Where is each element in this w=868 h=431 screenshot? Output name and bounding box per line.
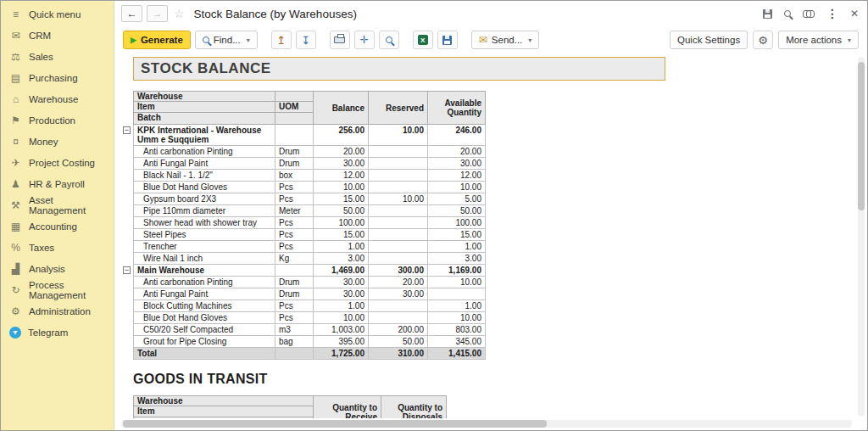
fit-icon: ✛ xyxy=(360,34,369,46)
item-available: 1.00 xyxy=(428,300,486,312)
report-title-box: STOCK BALANCE xyxy=(133,57,665,81)
stock-table-body: −KPK International - Warehouse Umm e Suq… xyxy=(123,125,854,360)
item-balance: 30.00 xyxy=(314,288,369,300)
sidebar-item-hr-payroll[interactable]: ♟HR & Payroll xyxy=(1,173,114,194)
more-actions-button[interactable]: More actions ▾ xyxy=(778,31,859,49)
item-reserved: 200.00 xyxy=(369,324,428,336)
sidebar-item-telegram[interactable]: ➤Telegram xyxy=(1,322,114,343)
item-reserved xyxy=(369,312,428,324)
item-name: Blue Dot Hand Gloves xyxy=(133,182,275,193)
item-reserved xyxy=(369,217,428,229)
stock-item-row: TrencherPcs1.001.00 xyxy=(123,241,854,253)
fit-button[interactable]: ✛ xyxy=(354,31,375,49)
sidebar-item-asset-management[interactable]: ⚒Asset Management xyxy=(1,194,114,216)
stock-item-row: C50/20 Self Compactedm31,003.00200.00803… xyxy=(123,324,854,336)
item-available xyxy=(428,288,486,300)
item-name: Shower head with shower tray xyxy=(133,217,275,229)
header-reserved: Reserved xyxy=(369,91,428,125)
search-icon[interactable] xyxy=(784,10,791,17)
forward-button[interactable]: → xyxy=(147,5,168,22)
sidebar-item-taxes[interactable]: %Taxes xyxy=(1,237,114,258)
item-uom: bag xyxy=(275,336,314,348)
item-reserved xyxy=(369,300,428,312)
item-balance: 50.00 xyxy=(314,205,369,217)
printer-icon xyxy=(334,36,345,43)
header-quantity-to-disposals: Quantity to Disposals xyxy=(381,395,447,418)
stock-item-row: Wire Nail 1 inchKg3.003.00 xyxy=(123,253,854,265)
item-name: Pipe 110mm diameter xyxy=(133,205,275,217)
sidebar-item-analysis[interactable]: ▟Analysis xyxy=(1,258,114,279)
back-button[interactable]: ← xyxy=(121,5,142,22)
sidebar-item-sales[interactable]: ⚖Sales xyxy=(1,46,114,67)
item-reserved xyxy=(369,158,428,170)
group-reserved: 10.00 xyxy=(369,125,428,146)
sidebar-item-label: Asset Management xyxy=(29,195,105,216)
expand-groups-button[interactable]: ↧ xyxy=(296,31,316,49)
sidebar-item-production[interactable]: ⚑Production xyxy=(1,109,114,131)
preview-button[interactable] xyxy=(379,31,399,49)
sidebar-item-process-management[interactable]: ↻Process Management xyxy=(1,279,114,300)
more-icon[interactable]: ⋮ xyxy=(826,7,838,20)
sidebar-item-accounting[interactable]: ▦Accounting xyxy=(1,216,114,237)
crm-icon: ✉ xyxy=(9,30,22,42)
collapse-groups-button[interactable]: ↥ xyxy=(271,31,292,49)
titlebar: ← → ☆ Stock Balance (by Warehouses) ⋮ ✕ xyxy=(114,1,867,26)
money-icon: ¤ xyxy=(9,136,22,148)
print-button[interactable] xyxy=(330,31,350,49)
item-available: 803.00 xyxy=(428,324,486,336)
stock-item-row: Block Cutting MachinesPcs1.001.00 xyxy=(123,300,854,312)
save-report-button[interactable] xyxy=(437,31,458,49)
report-content: STOCK BALANCE Warehouse Item Batch UOM B… xyxy=(114,53,867,430)
group-available: 246.00 xyxy=(428,125,486,146)
link-icon[interactable] xyxy=(803,10,815,17)
sidebar-item-purchasing[interactable]: ▤Purchasing xyxy=(1,67,114,88)
sidebar-item-label: Production xyxy=(29,115,75,126)
close-icon[interactable]: ✕ xyxy=(850,8,859,20)
horizontal-scrollbar-thumb[interactable] xyxy=(123,420,547,428)
chevron-down-icon: ▾ xyxy=(247,36,250,44)
vertical-scrollbar-thumb[interactable] xyxy=(858,62,865,210)
sidebar-item-warehouse[interactable]: ⌂Warehouse xyxy=(1,88,114,109)
item-name: Steel Pipes xyxy=(133,229,275,241)
titlebar-actions: ⋮ ✕ xyxy=(763,7,859,20)
send-button[interactable]: ✉ Send... ▾ xyxy=(471,31,540,49)
horizontal-scrollbar[interactable] xyxy=(121,420,852,428)
vertical-scrollbar[interactable] xyxy=(858,57,865,417)
sidebar-item-crm[interactable]: ✉CRM xyxy=(1,25,114,46)
sidebar-item-project-costing[interactable]: ✈Project Costing xyxy=(1,152,114,173)
quick-settings-button[interactable]: Quick Settings xyxy=(670,31,748,49)
sidebar: ≡Quick menu✉CRM⚖Sales▤Purchasing⌂Warehou… xyxy=(1,1,114,430)
item-uom: Pcs xyxy=(275,241,314,253)
export-excel-button[interactable]: X xyxy=(413,31,433,49)
sidebar-item-label: Process Management xyxy=(29,280,105,300)
save-icon[interactable] xyxy=(763,9,772,19)
sidebar-item-money[interactable]: ¤Money xyxy=(1,131,114,152)
item-available: 100.00 xyxy=(428,217,486,229)
generate-button[interactable]: ▶ Generate xyxy=(123,31,191,49)
sidebar-item-label: Purchasing xyxy=(29,73,78,83)
sidebar-item-label: Accounting xyxy=(29,221,77,232)
favorite-star-icon[interactable]: ☆ xyxy=(174,7,185,20)
find-button[interactable]: Find... ▾ xyxy=(195,31,258,49)
transit-title: GOODS IN TRANSIT xyxy=(133,372,854,387)
item-available: 3.00 xyxy=(428,253,486,265)
stock-total-row: Total1,725.00310.001,415.00 xyxy=(123,348,854,360)
sidebar-item-label: CRM xyxy=(29,31,51,41)
item-reserved xyxy=(369,229,428,241)
item-available: 12.00 xyxy=(428,170,486,182)
item-balance: 1,003.00 xyxy=(314,324,369,336)
collapse-group-icon[interactable]: − xyxy=(123,266,131,274)
item-uom: Pcs xyxy=(275,182,314,193)
report-canvas: STOCK BALANCE Warehouse Item Batch UOM B… xyxy=(123,55,854,418)
item-balance: 1.00 xyxy=(314,241,369,253)
item-balance: 395.00 xyxy=(314,336,369,348)
collapse-group-icon[interactable]: − xyxy=(123,126,131,134)
item-available: 20.00 xyxy=(428,146,486,158)
sidebar-item-quick-menu[interactable]: ≡Quick menu xyxy=(1,3,114,25)
item-balance: 10.00 xyxy=(314,312,369,324)
sidebar-item-administration[interactable]: ⚙Administration xyxy=(1,300,114,322)
stock-group-row: −Main Warehouse1,469.00300.001,169.00 xyxy=(123,265,854,277)
excel-icon: X xyxy=(418,35,428,45)
header-item: Item xyxy=(133,406,314,417)
report-settings-button[interactable]: ⚙ xyxy=(753,31,773,49)
